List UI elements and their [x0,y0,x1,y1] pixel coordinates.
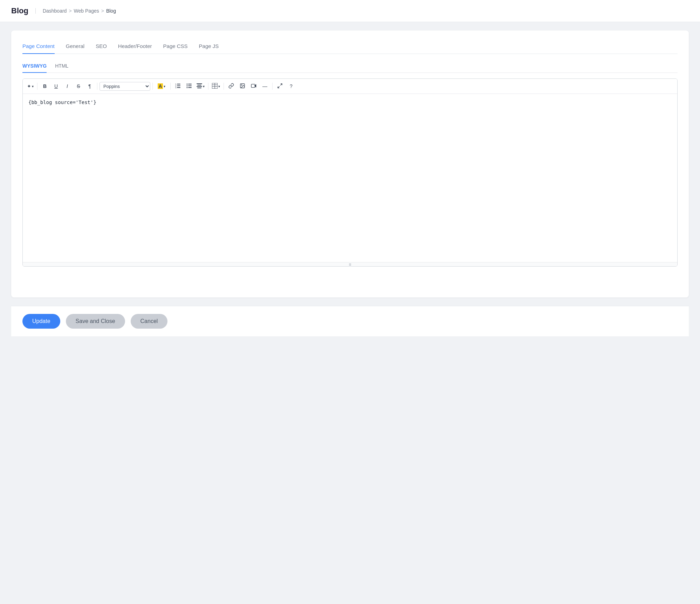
svg-rect-13 [197,85,201,85]
resize-handle-icon: ≡ [349,262,351,267]
ordered-list-button[interactable]: 1. 2. 3. [173,81,183,91]
editor-container: ✦ ▾ B U I S ¶ [22,78,678,267]
strikethrough-icon: S [77,83,80,89]
unordered-list-icon [186,83,192,90]
bold-button[interactable]: B [40,81,50,91]
magic-icon: ✦ [27,83,31,89]
format-icon: ¶ [88,83,91,89]
breadcrumb-sep-2: > [101,8,104,14]
font-family-select[interactable]: Poppins Arial Times New Roman [99,82,150,91]
toolbar-sep-5 [208,83,208,90]
video-button[interactable] [248,81,259,91]
image-button[interactable] [237,81,248,91]
svg-rect-0 [177,84,180,84]
toolbar-sep-3 [152,83,153,90]
breadcrumb-dashboard[interactable]: Dashboard [43,8,67,14]
fullscreen-button[interactable] [275,81,285,91]
align-dropdown-arrow: ▾ [203,84,205,88]
fullscreen-icon [277,83,283,90]
app-title: Blog [11,6,28,15]
main-wrapper: Page Content General SEO Header/Footer P… [0,22,700,345]
underline-icon: U [54,83,58,89]
link-button[interactable] [226,81,236,91]
svg-rect-12 [197,83,202,84]
editor-toolbar: ✦ ▾ B U I S ¶ [23,79,677,94]
tab-header-footer[interactable]: Header/Footer [118,40,152,54]
editor-resize-handle[interactable]: ≡ [23,262,677,266]
help-button[interactable]: ? [286,81,296,91]
italic-button[interactable]: I [62,81,73,91]
table-icon [212,83,218,90]
unordered-list-button[interactable] [184,81,194,91]
font-color-icon: A [158,83,163,89]
tab-page-content[interactable]: Page Content [22,40,55,54]
help-icon: ? [290,83,293,89]
breadcrumb-sep-1: > [69,8,71,14]
editor-content-area[interactable]: {bb_blog source='Test'} [23,94,677,262]
editor-mode-tabs: WYSIWYG HTML [22,61,678,73]
svg-rect-2 [177,87,180,88]
page-tabs: Page Content General SEO Header/Footer P… [22,40,678,54]
svg-rect-15 [197,88,201,88]
svg-point-10 [187,87,188,88]
svg-rect-9 [188,85,192,86]
tab-wysiwyg[interactable]: WYSIWYG [22,61,47,73]
ordered-list-icon: 1. 2. 3. [175,83,181,90]
svg-point-21 [241,84,242,85]
toolbar-sep-7 [272,83,273,90]
underline-button[interactable]: U [51,81,61,91]
svg-marker-23 [255,84,256,87]
toolbar-sep-2 [97,83,97,90]
svg-rect-11 [188,87,192,88]
svg-point-6 [187,83,188,84]
breadcrumb: Dashboard > Web Pages > Blog [35,8,116,14]
footer-bar: Update Save and Close Cancel [11,306,689,336]
hr-icon: — [262,83,267,89]
video-icon [251,83,256,90]
magic-dropdown-arrow: ▾ [32,84,34,88]
italic-icon: I [67,83,68,89]
save-close-button[interactable]: Save and Close [66,314,125,329]
toolbar-sep-1 [37,83,37,90]
breadcrumb-blog[interactable]: Blog [106,8,116,14]
svg-text:3.: 3. [175,87,177,89]
bold-icon: B [43,83,47,89]
toolbar-sep-4 [170,83,171,90]
update-button[interactable]: Update [22,314,60,329]
tab-seo[interactable]: SEO [96,40,107,54]
cancel-button[interactable]: Cancel [131,314,168,329]
svg-line-24 [280,84,282,85]
content-card: Page Content General SEO Header/Footer P… [11,30,689,297]
svg-point-8 [187,85,188,86]
align-button[interactable]: ▾ [195,81,206,91]
tab-general[interactable]: General [66,40,84,54]
align-icon [197,83,202,89]
tab-page-js[interactable]: Page JS [199,40,219,54]
link-icon [228,83,234,90]
toolbar-sep-6 [224,83,224,90]
color-dropdown-arrow: ▾ [164,84,165,88]
strikethrough-button[interactable]: S [73,81,84,91]
svg-line-25 [278,86,280,88]
magic-button[interactable]: ✦ ▾ [26,81,35,91]
image-icon [240,83,245,90]
top-header: Blog Dashboard > Web Pages > Blog [0,0,700,22]
tab-page-css[interactable]: Page CSS [163,40,188,54]
breadcrumb-webpages[interactable]: Web Pages [74,8,99,14]
table-button[interactable]: ▾ [211,81,221,91]
editor-text: {bb_blog source='Test'} [28,99,96,105]
table-dropdown-arrow: ▾ [218,84,220,88]
svg-rect-7 [188,84,192,84]
footer-spacer [22,267,678,288]
svg-rect-14 [197,86,202,87]
format-button[interactable]: ¶ [84,81,95,91]
tab-html[interactable]: HTML [55,61,68,73]
svg-rect-1 [177,85,180,86]
hr-button[interactable]: — [260,81,270,91]
font-color-button[interactable]: A ▾ [155,81,168,91]
